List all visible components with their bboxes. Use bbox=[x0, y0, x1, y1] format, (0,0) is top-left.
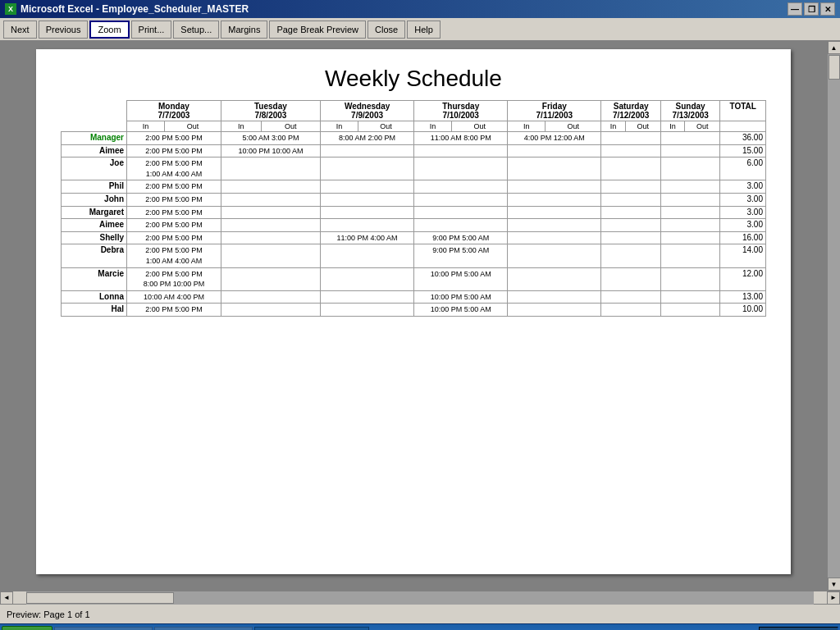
sun-time bbox=[660, 158, 720, 180]
wed-time bbox=[321, 290, 414, 304]
taskbar-item-scheduler[interactable]: 📁 Scheduler bbox=[154, 627, 253, 631]
table-row: John 2:00 PM 5:00 PM 3.00 bbox=[62, 193, 766, 206]
total-value: 10.00 bbox=[720, 304, 766, 317]
title-bar-icon: X bbox=[5, 3, 16, 15]
tue-in-header: In bbox=[221, 121, 261, 132]
thu-in-header: In bbox=[414, 121, 452, 132]
wed-in-header: In bbox=[321, 121, 358, 132]
thu-time: 9:00 PM 5:00 AM bbox=[414, 231, 508, 244]
sat-time bbox=[601, 132, 661, 145]
sat-out-header: Out bbox=[625, 121, 660, 132]
tue-time bbox=[221, 219, 320, 232]
taskbar: start 📁 Search Results 📁 Scheduler 📊 Mic… bbox=[0, 623, 840, 630]
tue-time bbox=[221, 180, 320, 194]
thu-time bbox=[414, 158, 508, 180]
fri-time bbox=[508, 158, 601, 180]
start-button[interactable]: start bbox=[2, 626, 52, 631]
sun-time bbox=[660, 219, 720, 232]
scroll-thumb[interactable] bbox=[829, 55, 840, 80]
wed-time: 8:00 AM 2:00 PM bbox=[321, 132, 414, 145]
title-bar: X Microsoft Excel - Employee_Scheduler_M… bbox=[0, 0, 840, 18]
total-value: 3.00 bbox=[720, 206, 766, 219]
fri-in-header: In bbox=[508, 121, 546, 132]
mon-time: 10:00 AM 4:00 PM bbox=[127, 290, 221, 304]
scroll-left-button[interactable]: ◄ bbox=[0, 591, 13, 605]
taskbar-item-search[interactable]: 📁 Search Results bbox=[54, 627, 153, 631]
status-bar: Preview: Page 1 of 1 bbox=[0, 604, 840, 623]
tue-time bbox=[221, 290, 320, 304]
sat-time bbox=[601, 244, 661, 267]
vertical-scrollbar[interactable]: ▲ ▼ bbox=[827, 41, 840, 591]
print-button[interactable]: Print... bbox=[131, 21, 172, 39]
sat-time bbox=[601, 267, 661, 290]
close-button[interactable]: Close bbox=[368, 21, 405, 39]
sun-in-header: In bbox=[660, 121, 684, 132]
total-value: 16.00 bbox=[720, 231, 766, 244]
friday-header: Friday7/11/2003 bbox=[508, 101, 601, 121]
employee-name: Hal bbox=[62, 304, 127, 317]
scroll-right-button[interactable]: ► bbox=[827, 591, 840, 605]
horizontal-scrollbar[interactable]: ◄ ► bbox=[0, 591, 840, 604]
margins-button[interactable]: Margins bbox=[221, 21, 267, 39]
tue-time bbox=[221, 304, 320, 317]
total-value: 3.00 bbox=[720, 219, 766, 232]
sun-time bbox=[660, 244, 720, 267]
day-header-row: Monday7/7/2003 Tuesday7/8/2003 Wednesday… bbox=[62, 101, 766, 121]
thu-time: 9:00 PM 5:00 AM bbox=[414, 244, 508, 267]
close-button[interactable]: ✕ bbox=[820, 2, 835, 16]
tue-time bbox=[221, 231, 320, 244]
total-value: 3.00 bbox=[720, 193, 766, 206]
wed-time bbox=[321, 219, 414, 232]
thu-time bbox=[414, 193, 508, 206]
fri-time bbox=[508, 219, 601, 232]
employee-name: Aimee bbox=[62, 144, 127, 158]
sat-time bbox=[601, 290, 661, 304]
preview-content[interactable]: Weekly Schedule Monday7/7/2003 Tuesday7/… bbox=[0, 41, 827, 591]
zoom-button[interactable]: Zoom bbox=[89, 21, 129, 39]
wed-time bbox=[321, 244, 414, 267]
scroll-up-button[interactable]: ▲ bbox=[828, 41, 841, 54]
thu-time bbox=[414, 180, 508, 194]
help-button[interactable]: Help bbox=[407, 21, 441, 39]
total-value: 15.00 bbox=[720, 144, 766, 158]
employee-name: Lonna bbox=[62, 290, 127, 304]
employee-name: Marcie bbox=[62, 267, 127, 290]
minimize-button[interactable]: — bbox=[788, 2, 802, 16]
wed-time bbox=[321, 180, 414, 194]
window-controls: — ❐ ✕ bbox=[788, 2, 835, 16]
mon-time: 2:00 PM 5:00 PM bbox=[127, 144, 221, 158]
wed-time bbox=[321, 193, 414, 206]
mon-time: 2:00 PM 5:00 PM bbox=[127, 206, 221, 219]
mon-time: 2:00 PM 5:00 PM1:00 AM 4:00 AM bbox=[127, 158, 221, 180]
table-row: Marcie 2:00 PM 5:00 PM8:00 PM 10:00 PM 1… bbox=[62, 267, 766, 290]
saturday-header: Saturday7/12/2003 bbox=[601, 101, 661, 121]
pagebreak-button[interactable]: Page Break Preview bbox=[269, 21, 366, 39]
setup-button[interactable]: Setup... bbox=[173, 21, 219, 39]
mon-time: 2:00 PM 5:00 PM bbox=[127, 304, 221, 317]
sun-time bbox=[660, 206, 720, 219]
sun-time bbox=[660, 304, 720, 317]
fri-time bbox=[508, 144, 601, 158]
system-tray: 🔊 🖥 🌐 2:56 PM bbox=[759, 627, 838, 631]
wed-time bbox=[321, 206, 414, 219]
schedule-title: Weekly Schedule bbox=[61, 66, 766, 92]
previous-button[interactable]: Previous bbox=[39, 21, 89, 39]
mon-out-header: Out bbox=[165, 121, 221, 132]
maximize-button[interactable]: ❐ bbox=[804, 2, 819, 16]
table-row: Manager 2:00 PM 5:00 PM 5:00 AM 3:00 PM … bbox=[62, 132, 766, 145]
taskbar-item-excel[interactable]: 📊 Microsoft Excel - Empl... bbox=[254, 627, 369, 631]
fri-time: 4:00 PM 12:00 AM bbox=[508, 132, 601, 145]
total-header: TOTAL bbox=[720, 101, 766, 121]
employee-name: Shelly bbox=[62, 231, 127, 244]
thursday-header: Thursday7/10/2003 bbox=[414, 101, 508, 121]
thu-time: 10:00 PM 5:00 AM bbox=[414, 290, 508, 304]
fri-time bbox=[508, 290, 601, 304]
fri-out-header: Out bbox=[546, 121, 601, 132]
wed-out-header: Out bbox=[358, 121, 413, 132]
scroll-down-button[interactable]: ▼ bbox=[828, 578, 841, 591]
total-value: 36.00 bbox=[720, 132, 766, 145]
next-button[interactable]: Next bbox=[3, 21, 37, 39]
fri-time bbox=[508, 267, 601, 290]
hscroll-thumb[interactable] bbox=[26, 592, 174, 604]
in-out-header-row: In Out In Out In Out In Out In Out In Ou… bbox=[62, 121, 766, 132]
